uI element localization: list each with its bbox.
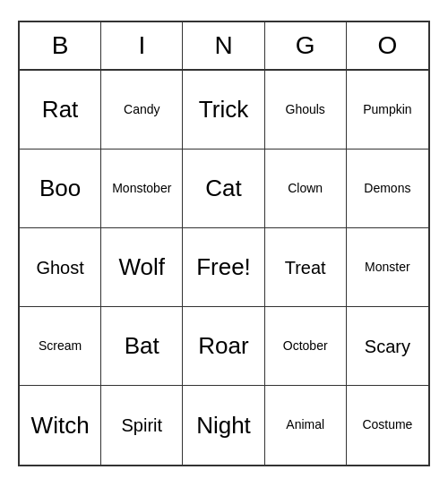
header-letter-b: B <box>20 22 101 69</box>
cell-text-2: Trick <box>199 97 248 123</box>
bingo-cell-7[interactable]: Cat <box>183 150 264 228</box>
bingo-cell-2[interactable]: Trick <box>183 71 264 150</box>
bingo-cell-15[interactable]: Scream <box>20 307 101 386</box>
cell-text-1: Candy <box>124 103 159 116</box>
cell-text-19: Scary <box>365 337 410 356</box>
cell-text-5: Boo <box>39 175 81 201</box>
cell-text-22: Night <box>196 413 251 439</box>
header-letter-i: I <box>101 22 183 69</box>
bingo-cell-4[interactable]: Pumpkin <box>347 71 428 150</box>
bingo-cell-6[interactable]: Monstober <box>101 150 183 228</box>
cell-text-9: Demons <box>364 182 410 195</box>
bingo-cell-21[interactable]: Spirit <box>101 386 183 465</box>
cell-text-15: Scream <box>39 339 82 353</box>
cell-text-18: October <box>283 339 328 353</box>
bingo-cell-24[interactable]: Costume <box>347 386 428 465</box>
cell-text-6: Monstober <box>112 182 171 195</box>
cell-text-4: Pumpkin <box>363 103 411 116</box>
cell-text-10: Ghost <box>36 258 83 278</box>
cell-text-3: Ghouls <box>286 103 325 116</box>
bingo-cell-17[interactable]: Roar <box>183 307 264 386</box>
cell-text-8: Clown <box>288 182 323 195</box>
bingo-card: BINGO RatCandyTrickGhoulsPumpkinBooMonst… <box>18 21 430 466</box>
cell-text-11: Wolf <box>119 254 166 280</box>
cell-text-12: Free! <box>196 254 251 280</box>
bingo-cell-13[interactable]: Treat <box>265 228 347 307</box>
bingo-cell-11[interactable]: Wolf <box>101 228 183 307</box>
cell-text-14: Monster <box>365 261 410 274</box>
bingo-cell-3[interactable]: Ghouls <box>265 71 347 150</box>
cell-text-13: Treat <box>285 258 326 278</box>
cell-text-21: Spirit <box>122 415 163 435</box>
bingo-cell-22[interactable]: Night <box>183 386 264 465</box>
cell-text-0: Rat <box>42 97 78 123</box>
bingo-cell-18[interactable]: October <box>265 307 347 386</box>
cell-text-20: Witch <box>31 413 90 439</box>
bingo-header: BINGO <box>20 22 428 71</box>
header-letter-g: G <box>265 22 347 69</box>
cell-text-7: Cat <box>205 175 241 201</box>
cell-text-23: Animal <box>286 418 324 431</box>
header-letter-o: O <box>347 22 428 69</box>
bingo-cell-19[interactable]: Scary <box>347 307 428 386</box>
bingo-cell-5[interactable]: Boo <box>20 150 101 228</box>
bingo-cell-12[interactable]: Free! <box>183 228 264 307</box>
cell-text-24: Costume <box>362 418 412 431</box>
bingo-cell-14[interactable]: Monster <box>347 228 428 307</box>
bingo-cell-1[interactable]: Candy <box>101 71 183 150</box>
bingo-cell-16[interactable]: Bat <box>101 307 183 386</box>
bingo-cell-10[interactable]: Ghost <box>20 228 101 307</box>
bingo-cell-23[interactable]: Animal <box>265 386 347 465</box>
header-letter-n: N <box>183 22 264 69</box>
bingo-cell-9[interactable]: Demons <box>347 150 428 228</box>
bingo-cell-20[interactable]: Witch <box>20 386 101 465</box>
bingo-cell-0[interactable]: Rat <box>20 71 101 150</box>
bingo-grid: RatCandyTrickGhoulsPumpkinBooMonstoberCa… <box>20 71 428 465</box>
bingo-cell-8[interactable]: Clown <box>265 150 347 228</box>
cell-text-16: Bat <box>125 333 159 359</box>
cell-text-17: Roar <box>198 333 248 359</box>
